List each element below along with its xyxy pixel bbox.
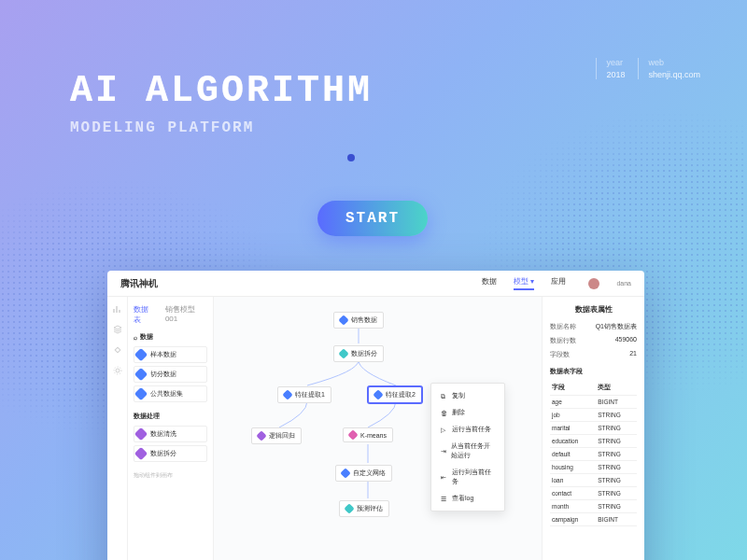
start-button[interactable]: START — [317, 201, 428, 236]
node-sales-data[interactable]: 销售数据 — [333, 312, 384, 329]
field-row: monthSTRING — [550, 500, 637, 513]
right-panel: 数据表属性 数据名称Q1销售数据表 数据行数459060 字段数21 数据表字段… — [542, 297, 644, 560]
node-feature2[interactable]: 特征提取2 — [368, 386, 422, 403]
side-group-data-title: ⌕数据 — [134, 332, 207, 342]
side-item-clean[interactable]: 数据清洗 — [134, 426, 207, 442]
tab-data[interactable]: 数据 — [482, 276, 497, 290]
side-tab-datasets[interactable]: 数据表 — [134, 304, 156, 325]
prop-rows: 459060 — [615, 336, 637, 345]
field-row: maritalSTRING — [550, 422, 637, 435]
menu-view-log[interactable]: ☰查看log — [431, 490, 504, 507]
prop-cols: 21 — [629, 350, 637, 359]
meta-web: shenji.qq.com — [648, 70, 700, 79]
meta-year-label: year — [606, 58, 625, 67]
svg-rect-0 — [115, 347, 120, 353]
menu-copy[interactable]: ⧉复制 — [431, 387, 504, 404]
layers-icon[interactable] — [113, 325, 122, 334]
menu-run-to[interactable]: ⇤运行到当前任务 — [431, 464, 504, 490]
node-feature1[interactable]: 特征提取1 — [277, 386, 331, 403]
play-icon: ▷ — [441, 427, 447, 433]
field-row: defaultSTRING — [550, 448, 637, 461]
meta-web-label: web — [648, 58, 700, 67]
diamond-icon[interactable] — [113, 345, 122, 355]
svg-point-2 — [114, 367, 121, 374]
side-group-process-title: 数据处理 — [134, 412, 207, 421]
meta-block: year 2018 web shenji.qq.com — [596, 58, 700, 79]
node-logistic[interactable]: 逻辑回归 — [251, 427, 302, 444]
avatar[interactable] — [588, 278, 599, 289]
node-predict-eval[interactable]: 预测评估 — [339, 500, 389, 517]
side-item-public[interactable]: 公共数据集 — [134, 385, 207, 402]
field-row: jobSTRING — [550, 409, 637, 422]
node-data-split[interactable]: 数据拆分 — [333, 345, 384, 362]
sidebar: 数据表 销售模型001 ⌕数据 样本数据 切分数据 公共数据集 数据处理 数据清… — [128, 297, 214, 560]
tab-model[interactable]: 模型 ▾ — [514, 276, 534, 290]
cog-icon[interactable] — [113, 366, 122, 375]
topbar: 腾讯神机 数据 模型 ▾ 应用 dana — [107, 271, 644, 297]
side-note: 拖动组件到画布 — [134, 471, 207, 480]
node-kmeans[interactable]: K-means — [343, 427, 393, 442]
tab-app[interactable]: 应用 — [551, 276, 566, 290]
svg-point-1 — [116, 369, 120, 372]
field-row: campaignBIGINT — [550, 513, 637, 526]
field-row: ageBIGINT — [550, 396, 637, 409]
hero: AI ALGORITHM MODELING PLATFORM — [70, 70, 373, 136]
field-row: housingSTRING — [550, 461, 637, 474]
user-name: dana — [616, 280, 631, 287]
tab-model-label: 模型 — [514, 277, 529, 286]
node-custom-net[interactable]: 自定义网络 — [335, 465, 392, 482]
side-item-divide[interactable]: 数据拆分 — [134, 445, 207, 462]
fields-title: 数据表字段 — [550, 367, 637, 376]
menu-run-from[interactable]: ⇥从当前任务开始运行 — [431, 438, 504, 464]
search-icon: ⌕ — [134, 334, 137, 341]
log-icon: ☰ — [441, 496, 447, 502]
chevron-down-icon: ▾ — [530, 277, 534, 286]
hero-title: AI ALGORITHM — [70, 70, 373, 112]
fields-table: 字段类型 ageBIGINTjobSTRINGmaritalSTRINGeduc… — [550, 381, 637, 526]
accent-dot — [347, 154, 355, 161]
side-item-sample[interactable]: 样本数据 — [134, 346, 207, 363]
play-to-icon: ⇤ — [441, 474, 447, 481]
menu-run-current[interactable]: ▷运行当前任务 — [431, 421, 504, 438]
iconbar — [107, 297, 128, 560]
field-row: educationSTRING — [550, 435, 637, 448]
app-window: 腾讯神机 数据 模型 ▾ 应用 dana 数据表 销售模型001 ⌕数据 — [107, 271, 644, 560]
meta-year: 2018 — [606, 70, 625, 79]
field-row: contactSTRING — [550, 487, 637, 500]
field-row: loanSTRING — [550, 474, 637, 487]
context-menu: ⧉复制 🗑删除 ▷运行当前任务 ⇥从当前任务开始运行 ⇤运行到当前任务 ☰查看l… — [430, 383, 505, 511]
copy-icon: ⧉ — [441, 393, 447, 399]
canvas[interactable]: 销售数据 数据拆分 特征提取1 特征提取2 逻辑回归 K-means 自定义网络… — [214, 297, 542, 560]
hero-subtitle: MODELING PLATFORM — [70, 119, 373, 136]
menu-delete[interactable]: 🗑删除 — [431, 404, 504, 421]
play-from-icon: ⇥ — [441, 448, 446, 455]
chart-icon[interactable] — [113, 304, 122, 314]
top-tabs: 数据 模型 ▾ 应用 — [482, 276, 566, 290]
rpanel-title: 数据表属性 — [550, 304, 637, 315]
side-item-split[interactable]: 切分数据 — [134, 366, 207, 383]
prop-name: Q1销售数据表 — [596, 322, 637, 331]
trash-icon: 🗑 — [441, 410, 447, 416]
side-tab-model[interactable]: 销售模型001 — [165, 304, 207, 325]
brand: 腾讯神机 — [120, 277, 158, 290]
